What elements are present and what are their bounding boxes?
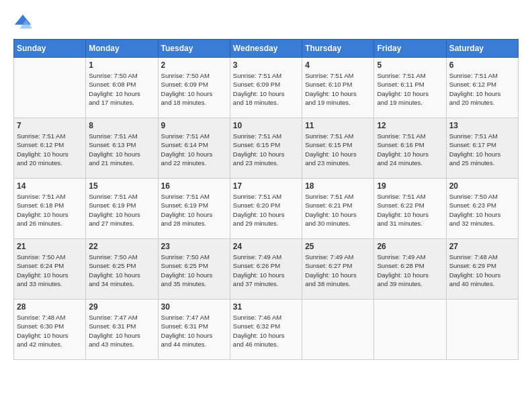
day-info: Sunrise: 7:51 AM Sunset: 6:19 PM Dayligh… — [161, 192, 227, 228]
calendar-cell — [302, 300, 374, 360]
calendar-cell: 9Sunrise: 7:51 AM Sunset: 6:14 PM Daylig… — [158, 118, 230, 179]
calendar-cell: 12Sunrise: 7:51 AM Sunset: 6:16 PM Dayli… — [374, 118, 446, 179]
calendar-body: 1Sunrise: 7:50 AM Sunset: 6:08 PM Daylig… — [14, 58, 519, 360]
header-day-saturday: Saturday — [446, 40, 518, 58]
calendar-cell: 16Sunrise: 7:51 AM Sunset: 6:19 PM Dayli… — [158, 179, 230, 239]
day-info: Sunrise: 7:49 AM Sunset: 6:27 PM Dayligh… — [305, 253, 371, 288]
week-row-4: 21Sunrise: 7:50 AM Sunset: 6:24 PM Dayli… — [14, 239, 519, 300]
day-number: 6 — [449, 60, 515, 70]
week-row-5: 28Sunrise: 7:48 AM Sunset: 6:30 PM Dayli… — [14, 300, 519, 360]
day-info: Sunrise: 7:49 AM Sunset: 6:26 PM Dayligh… — [233, 253, 299, 288]
day-info: Sunrise: 7:50 AM Sunset: 6:09 PM Dayligh… — [161, 71, 227, 107]
day-info: Sunrise: 7:48 AM Sunset: 6:29 PM Dayligh… — [449, 253, 515, 288]
day-number: 8 — [89, 121, 154, 130]
calendar-cell: 13Sunrise: 7:51 AM Sunset: 6:17 PM Dayli… — [446, 118, 518, 179]
day-number: 19 — [377, 181, 443, 191]
header-day-thursday: Thursday — [302, 40, 374, 58]
calendar-cell: 1Sunrise: 7:50 AM Sunset: 6:08 PM Daylig… — [86, 58, 158, 118]
day-number: 29 — [89, 302, 154, 312]
day-number: 31 — [233, 302, 299, 312]
day-info: Sunrise: 7:51 AM Sunset: 6:19 PM Dayligh… — [89, 192, 154, 228]
calendar-cell: 28Sunrise: 7:48 AM Sunset: 6:30 PM Dayli… — [14, 300, 86, 360]
logo — [13, 13, 35, 32]
day-info: Sunrise: 7:51 AM Sunset: 6:11 PM Dayligh… — [377, 71, 443, 107]
day-info: Sunrise: 7:51 AM Sunset: 6:12 PM Dayligh… — [17, 132, 83, 167]
calendar-cell: 24Sunrise: 7:49 AM Sunset: 6:26 PM Dayli… — [230, 239, 302, 300]
day-number: 27 — [449, 242, 515, 251]
day-number: 28 — [17, 302, 83, 312]
day-number: 1 — [89, 60, 154, 70]
week-row-1: 1Sunrise: 7:50 AM Sunset: 6:08 PM Daylig… — [14, 58, 519, 118]
calendar-cell: 3Sunrise: 7:51 AM Sunset: 6:09 PM Daylig… — [230, 58, 302, 118]
day-info: Sunrise: 7:51 AM Sunset: 6:17 PM Dayligh… — [449, 132, 515, 167]
header-day-friday: Friday — [374, 40, 446, 58]
calendar-cell: 27Sunrise: 7:48 AM Sunset: 6:29 PM Dayli… — [446, 239, 518, 300]
day-number: 23 — [161, 242, 227, 251]
day-info: Sunrise: 7:51 AM Sunset: 6:20 PM Dayligh… — [233, 192, 299, 228]
day-number: 3 — [233, 60, 299, 70]
day-number: 30 — [161, 302, 227, 312]
calendar-cell: 21Sunrise: 7:50 AM Sunset: 6:24 PM Dayli… — [14, 239, 86, 300]
day-info: Sunrise: 7:51 AM Sunset: 6:22 PM Dayligh… — [377, 192, 443, 228]
calendar-cell — [14, 58, 86, 118]
day-info: Sunrise: 7:51 AM Sunset: 6:16 PM Dayligh… — [377, 132, 443, 167]
day-info: Sunrise: 7:50 AM Sunset: 6:08 PM Dayligh… — [89, 71, 154, 107]
day-info: Sunrise: 7:49 AM Sunset: 6:28 PM Dayligh… — [377, 253, 443, 288]
calendar-cell: 11Sunrise: 7:51 AM Sunset: 6:15 PM Dayli… — [302, 118, 374, 179]
day-info: Sunrise: 7:50 AM Sunset: 6:25 PM Dayligh… — [89, 253, 154, 288]
calendar-cell: 30Sunrise: 7:47 AM Sunset: 6:31 PM Dayli… — [158, 300, 230, 360]
header-day-tuesday: Tuesday — [158, 40, 230, 58]
day-info: Sunrise: 7:47 AM Sunset: 6:31 PM Dayligh… — [89, 313, 154, 349]
page-header — [13, 13, 519, 32]
day-number: 15 — [89, 181, 154, 191]
day-number: 14 — [17, 181, 83, 191]
day-info: Sunrise: 7:46 AM Sunset: 6:32 PM Dayligh… — [233, 313, 299, 349]
calendar-cell: 15Sunrise: 7:51 AM Sunset: 6:19 PM Dayli… — [86, 179, 158, 239]
calendar-cell: 22Sunrise: 7:50 AM Sunset: 6:25 PM Dayli… — [86, 239, 158, 300]
calendar-cell — [374, 300, 446, 360]
week-row-2: 7Sunrise: 7:51 AM Sunset: 6:12 PM Daylig… — [14, 118, 519, 179]
day-number: 26 — [377, 242, 443, 251]
day-info: Sunrise: 7:50 AM Sunset: 6:24 PM Dayligh… — [17, 253, 83, 288]
day-info: Sunrise: 7:50 AM Sunset: 6:25 PM Dayligh… — [161, 253, 227, 288]
day-info: Sunrise: 7:51 AM Sunset: 6:15 PM Dayligh… — [305, 132, 371, 167]
calendar-cell: 19Sunrise: 7:51 AM Sunset: 6:22 PM Dayli… — [374, 179, 446, 239]
calendar-cell: 18Sunrise: 7:51 AM Sunset: 6:21 PM Dayli… — [302, 179, 374, 239]
day-number: 5 — [377, 60, 443, 70]
day-number: 7 — [17, 121, 83, 130]
calendar-cell: 31Sunrise: 7:46 AM Sunset: 6:32 PM Dayli… — [230, 300, 302, 360]
svg-marker-0 — [15, 15, 31, 25]
day-number: 9 — [161, 121, 227, 130]
day-number: 25 — [305, 242, 371, 251]
calendar-cell: 4Sunrise: 7:51 AM Sunset: 6:10 PM Daylig… — [302, 58, 374, 118]
day-info: Sunrise: 7:51 AM Sunset: 6:09 PM Dayligh… — [233, 71, 299, 107]
calendar-cell: 7Sunrise: 7:51 AM Sunset: 6:12 PM Daylig… — [14, 118, 86, 179]
week-row-3: 14Sunrise: 7:51 AM Sunset: 6:18 PM Dayli… — [14, 179, 519, 239]
day-number: 12 — [377, 121, 443, 130]
day-info: Sunrise: 7:51 AM Sunset: 6:18 PM Dayligh… — [17, 192, 83, 228]
header-day-sunday: Sunday — [14, 40, 86, 58]
day-number: 21 — [17, 242, 83, 251]
calendar-cell: 29Sunrise: 7:47 AM Sunset: 6:31 PM Dayli… — [86, 300, 158, 360]
day-info: Sunrise: 7:50 AM Sunset: 6:23 PM Dayligh… — [449, 192, 515, 228]
day-number: 17 — [233, 181, 299, 191]
calendar-cell: 8Sunrise: 7:51 AM Sunset: 6:13 PM Daylig… — [86, 118, 158, 179]
day-number: 10 — [233, 121, 299, 130]
calendar-cell: 23Sunrise: 7:50 AM Sunset: 6:25 PM Dayli… — [158, 239, 230, 300]
day-number: 20 — [449, 181, 515, 191]
day-info: Sunrise: 7:47 AM Sunset: 6:31 PM Dayligh… — [161, 313, 227, 349]
calendar-table: SundayMondayTuesdayWednesdayThursdayFrid… — [13, 39, 519, 360]
calendar-cell: 5Sunrise: 7:51 AM Sunset: 6:11 PM Daylig… — [374, 58, 446, 118]
day-number: 22 — [89, 242, 154, 251]
day-number: 18 — [305, 181, 371, 191]
calendar-cell: 6Sunrise: 7:51 AM Sunset: 6:12 PM Daylig… — [446, 58, 518, 118]
calendar-cell: 10Sunrise: 7:51 AM Sunset: 6:15 PM Dayli… — [230, 118, 302, 179]
day-number: 24 — [233, 242, 299, 251]
day-info: Sunrise: 7:51 AM Sunset: 6:15 PM Dayligh… — [233, 132, 299, 167]
calendar-cell: 25Sunrise: 7:49 AM Sunset: 6:27 PM Dayli… — [302, 239, 374, 300]
day-number: 2 — [161, 60, 227, 70]
calendar-cell: 2Sunrise: 7:50 AM Sunset: 6:09 PM Daylig… — [158, 58, 230, 118]
calendar-cell: 20Sunrise: 7:50 AM Sunset: 6:23 PM Dayli… — [446, 179, 518, 239]
calendar-cell: 17Sunrise: 7:51 AM Sunset: 6:20 PM Dayli… — [230, 179, 302, 239]
header-day-wednesday: Wednesday — [230, 40, 302, 58]
